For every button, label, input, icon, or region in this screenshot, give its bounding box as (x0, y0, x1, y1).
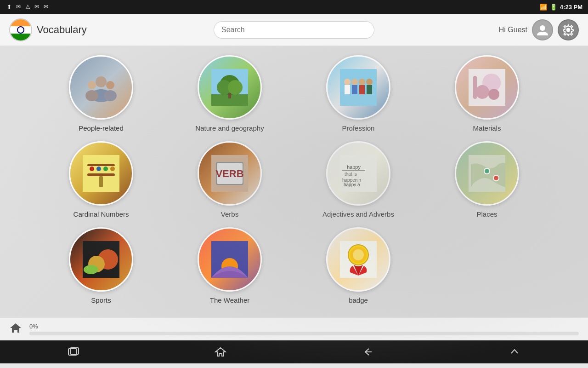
svg-text:VERB: VERB (215, 168, 243, 179)
svg-point-19 (359, 79, 365, 85)
category-label-places: Places (476, 210, 497, 218)
svg-rect-29 (87, 173, 115, 176)
svg-point-0 (540, 25, 545, 31)
settings-button[interactable] (558, 19, 579, 40)
svg-text:happy: happy (347, 164, 361, 170)
ashoka-chakra (17, 26, 24, 34)
svg-point-52 (84, 265, 98, 274)
app-title: Vocabulary (37, 24, 87, 36)
svg-point-12 (228, 80, 243, 95)
category-circle-adjectives-adverbs: happy that is happenin happy a (326, 141, 390, 206)
svg-rect-16 (345, 85, 350, 94)
progress-info: 0% (29, 323, 579, 335)
category-circle-people-related (69, 55, 133, 120)
category-label-sports: Sports (91, 296, 111, 304)
home-nav-button[interactable] (207, 343, 234, 361)
up-button[interactable] (501, 343, 528, 361)
svg-rect-27 (473, 76, 477, 99)
category-circle-weather (198, 227, 262, 292)
svg-point-47 (484, 168, 490, 174)
status-icon-up: ⬆ (6, 4, 13, 10)
svg-point-17 (351, 79, 358, 85)
svg-point-2 (96, 76, 107, 87)
svg-point-31 (90, 167, 94, 171)
category-circle-badge (326, 227, 390, 292)
svg-point-4 (88, 81, 96, 89)
back-button[interactable] (354, 343, 381, 361)
category-item-cardinal-numbers[interactable]: Cardinal Numbers (41, 141, 161, 218)
greeting-text: Hi Guest (499, 26, 527, 34)
status-bar: ⬆ ✉ ⚠ ✉ ✉ 📶 🔋 4:23 PM (0, 0, 588, 14)
category-item-weather[interactable]: The Weather (170, 227, 289, 304)
svg-text:happy a: happy a (344, 182, 360, 187)
category-label-profession: Profession (342, 124, 375, 132)
status-icon-mail2: ✉ (33, 4, 40, 10)
search-input[interactable] (214, 21, 374, 39)
category-circle-places (455, 141, 519, 206)
wifi-icon: 📶 (540, 4, 547, 11)
category-circle-sports (69, 227, 133, 292)
svg-rect-20 (359, 85, 365, 94)
category-item-adjectives-adverbs[interactable]: happy that is happenin happy a Adjective… (299, 141, 418, 218)
bottom-nav (0, 340, 588, 363)
header-right: Hi Guest (499, 19, 579, 40)
category-label-verbs: Verbs (221, 210, 238, 218)
progress-area: 0% (0, 317, 588, 340)
svg-point-5 (85, 90, 98, 101)
status-icon-mail3: ✉ (42, 4, 50, 10)
category-item-materials[interactable]: Materials (427, 55, 547, 132)
svg-rect-35 (99, 176, 103, 187)
category-item-people-related[interactable]: People-related (41, 55, 161, 132)
category-circle-materials (455, 55, 519, 120)
category-label-weather: The Weather (210, 296, 249, 304)
svg-point-21 (366, 79, 373, 85)
category-item-nature-geography[interactable]: Nature and geography (170, 55, 289, 132)
category-label-badge: badge (349, 296, 368, 304)
progress-percent: 0% (29, 323, 579, 330)
user-avatar[interactable] (532, 19, 553, 40)
category-label-materials: Materials (473, 124, 501, 132)
status-icon-mail1: ✉ (15, 4, 22, 10)
status-right: 📶 🔋 4:23 PM (540, 4, 582, 11)
svg-point-59 (353, 249, 364, 260)
svg-point-33 (103, 167, 108, 171)
svg-text:that is: that is (345, 172, 357, 177)
category-item-badge[interactable]: badge (299, 227, 418, 304)
search-container (214, 21, 374, 39)
svg-point-32 (96, 167, 101, 171)
svg-point-6 (106, 81, 114, 89)
category-circle-nature-geography (198, 55, 262, 120)
svg-rect-22 (367, 85, 372, 94)
status-icon-warn: ⚠ (24, 4, 31, 10)
flag-white (10, 26, 31, 34)
category-label-nature-geography: Nature and geography (195, 124, 264, 132)
app-logo: Vocabulary (9, 18, 87, 41)
svg-rect-30 (87, 164, 115, 166)
svg-point-25 (475, 85, 489, 99)
battery-icon: 🔋 (550, 4, 557, 11)
progress-bar-track (29, 332, 579, 335)
main-content: People-related Nature and geography Prof… (0, 46, 588, 317)
category-label-adjectives-adverbs: Adjectives and Adverbs (322, 210, 394, 218)
status-icons: ⬆ ✉ ⚠ ✉ ✉ (6, 4, 50, 10)
category-label-people-related: People-related (79, 124, 124, 132)
svg-point-7 (104, 90, 117, 101)
category-item-verbs[interactable]: VERB Verbs (170, 141, 289, 218)
svg-point-34 (110, 167, 115, 171)
flag-saffron (10, 19, 31, 26)
category-circle-profession (326, 55, 390, 120)
svg-point-48 (493, 175, 499, 181)
recents-button[interactable] (60, 343, 87, 361)
india-flag (9, 18, 32, 41)
category-item-profession[interactable]: Profession (299, 55, 418, 132)
svg-point-1 (566, 28, 570, 32)
home-button[interactable] (9, 322, 22, 337)
category-item-places[interactable]: Places (427, 141, 547, 218)
category-circle-cardinal-numbers (69, 141, 133, 206)
category-item-sports[interactable]: Sports (41, 227, 161, 304)
category-label-cardinal-numbers: Cardinal Numbers (74, 210, 129, 218)
flag-green (10, 34, 31, 40)
svg-rect-45 (342, 170, 365, 171)
svg-rect-18 (352, 85, 357, 94)
svg-point-15 (344, 79, 351, 85)
